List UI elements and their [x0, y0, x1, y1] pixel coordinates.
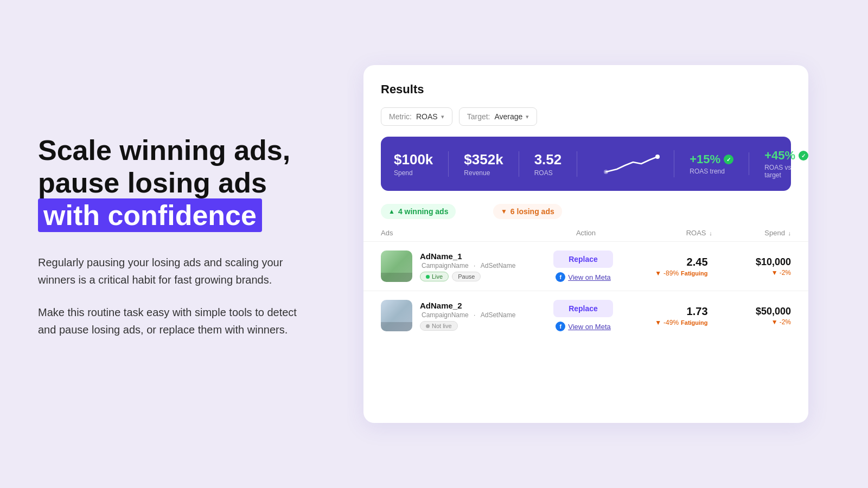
metric-label: Metric: [389, 112, 412, 121]
ad-2-roas-col: 1.73 ▼ -49% Fatiguing [630, 305, 713, 326]
ad-1-roas-value: 2.45 [630, 256, 707, 268]
stat-roas-trend-label: ROAS trend [690, 168, 725, 175]
losing-ads-label: 6 losing ads [510, 207, 554, 216]
ad-1-spend-change: ▼ -2% [713, 269, 791, 277]
ad-1-spend-col: $10,000 ▼ -2% [713, 256, 791, 277]
body-text-1: Regularly pausing your losing ads and sc… [38, 254, 309, 288]
svg-point-0 [655, 155, 660, 159]
ad-2-spend-value: $50,000 [713, 306, 791, 317]
stat-roas-vs-target: +45% ✓ ROAS vs. target [764, 149, 808, 179]
ad-2-info-col: AdName_2 CampaignName · AdSetName Not li… [381, 300, 537, 331]
stat-spend-label: Spend [394, 169, 413, 177]
ad-2-action-col: Replace f View on Meta [537, 300, 630, 331]
stat-roas-vs-target-label: ROAS vs. target [764, 164, 808, 179]
ad-1-info-col: AdName_1 CampaignName · AdSetName Live P… [381, 251, 537, 282]
ad-2-spend-change: ▼ -2% [713, 318, 791, 326]
col-header-action: Action [539, 229, 633, 237]
stat-revenue: $352k Revenue [464, 151, 519, 177]
stat-roas-vs-target-value: +45% ✓ [764, 149, 808, 163]
stat-roas: 3.52 ROAS [534, 151, 578, 177]
stat-spend-value: $100k [394, 151, 433, 168]
ad-1-action-col: Replace f View on Meta [537, 251, 630, 282]
ad-2-details: AdName_2 CampaignName · AdSetName Not li… [420, 301, 537, 331]
left-panel: Scale winning ads, pause losing ads with… [0, 0, 347, 488]
col-header-ads: Ads [381, 229, 539, 237]
metric-dropdown[interactable]: Metric: ROAS ▾ [381, 107, 452, 126]
ad-1-thumbnail [381, 251, 412, 282]
headline: Scale winning ads, pause losing ads with… [38, 134, 309, 232]
ad-2-fatiguing-badge: Fatiguing [681, 319, 708, 326]
losing-ads-tag: ▼ 6 losing ads [493, 204, 562, 219]
ad-1-live-badge: Live [420, 272, 449, 281]
results-card: Results Metric: ROAS ▾ Target: Average ▾… [363, 65, 808, 423]
ad-2-roas-change: ▼ -49% Fatiguing [630, 319, 707, 326]
ad-1-spend-value: $10,000 [713, 256, 791, 268]
losing-triangle-icon: ▼ [501, 208, 507, 215]
ad-1-roas-col: 2.45 ▼ -89% Fatiguing [630, 256, 713, 277]
ad-1-meta: CampaignName · AdSetName [420, 262, 537, 269]
winning-ads-tag: ▲ 4 winning ads [381, 204, 456, 219]
roas-2-down-icon: ▼ [655, 319, 661, 326]
stats-banner: $100k Spend $352k Revenue 3.52 ROAS [381, 137, 791, 191]
sparkline-block [592, 150, 674, 177]
col-header-roas: ROAS ↓ [633, 229, 712, 237]
stat-roas-trend: +15% ✓ ROAS trend [690, 152, 749, 175]
svg-point-1 [604, 170, 608, 174]
target-dropdown[interactable]: Target: Average ▾ [459, 107, 538, 126]
ad-1-name: AdName_1 [420, 252, 537, 261]
target-label: Target: [467, 112, 490, 121]
ad-2-spend-col: $50,000 ▼ -2% [713, 306, 791, 326]
roas-trend-check-icon: ✓ [724, 155, 733, 164]
right-panel: Results Metric: ROAS ▾ Target: Average ▾… [347, 0, 868, 488]
col-header-spend: Spend ↓ [712, 229, 791, 237]
roas-vs-target-check-icon: ✓ [799, 151, 808, 160]
spend-2-down-icon: ▼ [771, 318, 778, 326]
ad-2-thumbnail [381, 300, 412, 331]
ad-2-view-meta-link[interactable]: f View on Meta [556, 322, 611, 331]
live-dot-icon [426, 275, 430, 279]
ad-1-view-meta-link[interactable]: f View on Meta [556, 272, 611, 282]
ad-2-roas-value: 1.73 [630, 305, 707, 318]
headline-highlight: with confidence [38, 198, 262, 232]
roas-down-icon: ▼ [655, 269, 661, 277]
target-chevron-icon: ▾ [526, 113, 529, 120]
ad-1-replace-button[interactable]: Replace [553, 251, 613, 268]
ad-1-roas-change: ▼ -89% Fatiguing [630, 269, 707, 277]
filter-bar: Metric: ROAS ▾ Target: Average ▾ [363, 107, 808, 137]
body-text-2: Make this routine task easy with simple … [38, 304, 309, 338]
ad-1-pause-badge[interactable]: Pause [452, 272, 481, 281]
ad-1-details: AdName_1 CampaignName · AdSetName Live P… [420, 252, 537, 281]
notlive-dot-icon [426, 324, 430, 328]
stat-spend: $100k Spend [394, 151, 449, 177]
metric-chevron-icon: ▾ [441, 113, 444, 120]
ad-2-status-row: Not live [420, 321, 537, 331]
ad-2-name: AdName_2 [420, 301, 537, 310]
winning-triangle-icon: ▲ [388, 208, 395, 215]
results-title: Results [363, 82, 808, 107]
headline-line1: Scale winning ads, [38, 134, 290, 166]
stat-revenue-label: Revenue [464, 169, 490, 177]
stat-roas-label: ROAS [534, 169, 553, 177]
ad-2-notlive-badge: Not live [420, 321, 458, 331]
spend-down-icon: ▼ [771, 269, 778, 277]
metric-value: ROAS [416, 112, 438, 121]
table-header: Ads Action ROAS ↓ Spend ↓ [363, 229, 808, 241]
ad-row-1: AdName_1 CampaignName · AdSetName Live P… [363, 241, 808, 291]
ad-row-2: AdName_2 CampaignName · AdSetName Not li… [363, 291, 808, 340]
headline-line2: pause losing ads [38, 167, 267, 198]
ad-2-replace-button[interactable]: Replace [553, 300, 613, 317]
meta-icon-2: f [556, 322, 565, 331]
stat-revenue-value: $352k [464, 151, 503, 168]
meta-icon-1: f [556, 272, 565, 282]
ad-2-meta: CampaignName · AdSetName [420, 311, 537, 319]
ad-1-status-row: Live Pause [420, 272, 537, 281]
spend-sort-icon: ↓ [788, 230, 792, 236]
stat-roas-value: 3.52 [534, 151, 562, 168]
ad-1-fatiguing-badge: Fatiguing [681, 270, 708, 277]
target-value: Average [495, 112, 523, 121]
winning-ads-label: 4 winning ads [398, 207, 449, 216]
stat-roas-trend-value: +15% ✓ [690, 152, 733, 166]
